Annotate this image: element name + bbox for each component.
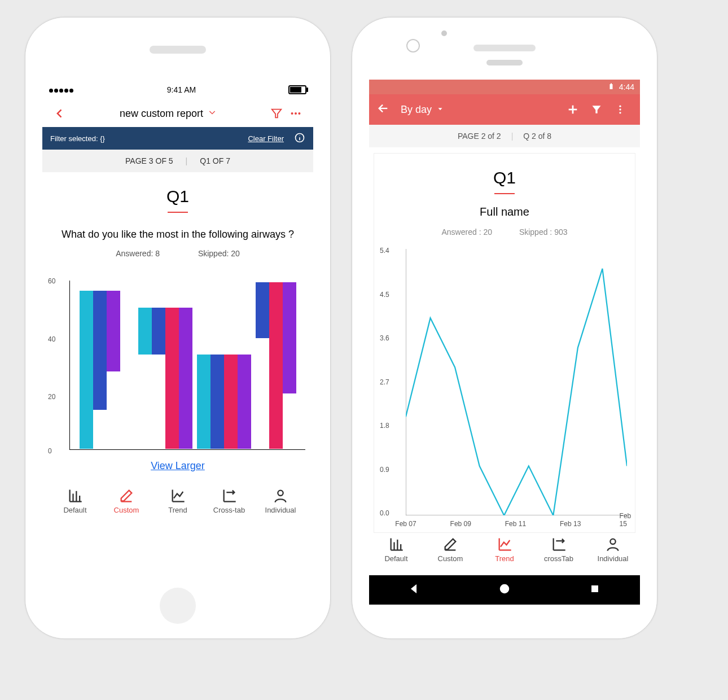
- tab-default[interactable]: Default: [51, 488, 99, 514]
- svg-rect-46: [592, 586, 598, 592]
- question-text: Full name: [388, 204, 621, 220]
- nav-recent-button[interactable]: [589, 583, 601, 597]
- android-device-frame: 4:44 By day PAGE 2 of 2 | Q 2 of 8: [352, 17, 657, 639]
- chevron-down-icon[interactable]: [208, 108, 217, 120]
- tab-label: Custom: [438, 554, 463, 563]
- info-icon[interactable]: [294, 132, 305, 145]
- tab-label: Custom: [114, 506, 139, 514]
- svg-point-45: [502, 587, 506, 590]
- nav-title[interactable]: By day: [401, 104, 432, 116]
- y-tick: 0.0: [380, 509, 389, 517]
- svg-point-3: [298, 112, 300, 115]
- page-indicator: PAGE 3 OF 5: [125, 156, 173, 165]
- dropdown-caret-icon[interactable]: [436, 104, 444, 116]
- bar-chart-icon: [388, 536, 404, 552]
- line-chart-icon: [170, 488, 186, 504]
- more-button[interactable]: [286, 107, 305, 120]
- tab-individual[interactable]: Individual: [257, 488, 304, 514]
- home-button[interactable]: [160, 588, 196, 624]
- tab-label: Cross-tab: [213, 506, 245, 514]
- y-tick: 4.5: [380, 291, 389, 299]
- status-time: 9:41 AM: [167, 85, 196, 94]
- y-tick: 20: [48, 393, 55, 401]
- filter-button[interactable]: [585, 104, 608, 115]
- x-tick: Feb 11: [505, 520, 526, 528]
- pencil-icon: [119, 488, 134, 504]
- android-app-bar: By day: [369, 94, 640, 125]
- y-tick: 1.8: [380, 422, 389, 430]
- svg-marker-43: [411, 585, 416, 593]
- nav-title[interactable]: new custom report: [120, 108, 203, 120]
- tab-label: Individual: [598, 554, 629, 563]
- y-tick: 5.4: [380, 247, 389, 255]
- answered-count: Answered: 8: [116, 249, 160, 258]
- android-screen: 4:44 By day PAGE 2 of 2 | Q 2 of 8: [369, 80, 640, 605]
- svg-point-18: [278, 491, 283, 496]
- signal-dots-icon: [49, 85, 74, 94]
- svg-point-26: [619, 106, 621, 107]
- line-chart-icon: [497, 536, 512, 552]
- pager-bar: PAGE 2 of 2 | Q 2 of 8: [369, 125, 640, 147]
- nav-back-button[interactable]: [408, 583, 420, 597]
- tab-label: Default: [384, 554, 407, 563]
- svg-marker-0: [272, 110, 282, 118]
- ios-screen: 9:41 AM new custom report Filter selecte…: [42, 80, 313, 576]
- overflow-menu-button[interactable]: [608, 104, 632, 115]
- y-tick: 0.9: [380, 466, 389, 474]
- tab-custom[interactable]: Custom: [428, 536, 473, 563]
- status-time: 4:44: [619, 82, 634, 91]
- x-tick: Feb 13: [560, 520, 581, 528]
- tab-crosstab[interactable]: crossTab: [536, 536, 581, 563]
- pencil-icon: [442, 536, 458, 552]
- clear-filter-link[interactable]: Clear Filter: [248, 134, 284, 143]
- view-larger-link[interactable]: View Larger: [151, 460, 205, 471]
- svg-marker-25: [593, 106, 601, 113]
- nav-home-button[interactable]: [498, 583, 511, 597]
- iphone-device-frame: 9:41 AM new custom report Filter selecte…: [25, 17, 331, 639]
- svg-point-2: [295, 112, 297, 115]
- svg-point-27: [619, 108, 621, 110]
- ios-nav-bar: new custom report: [42, 100, 313, 127]
- answered-count: Answered : 20: [441, 228, 492, 237]
- bar-chart-icon: [67, 488, 83, 504]
- tab-label: Individual: [265, 506, 296, 514]
- back-button[interactable]: [377, 102, 389, 117]
- ios-status-bar: 9:41 AM: [42, 80, 313, 100]
- battery-icon: [288, 85, 306, 94]
- person-icon: [605, 536, 621, 552]
- question-indicator: Q 2 of 8: [523, 132, 551, 141]
- filter-button[interactable]: [267, 107, 286, 120]
- y-tick: 3.6: [380, 334, 389, 342]
- svg-point-28: [619, 112, 621, 113]
- tab-label: Trend: [168, 506, 187, 514]
- skipped-count: Skipped: 20: [198, 249, 240, 258]
- pager-bar: PAGE 3 OF 5 | Q1 OF 7: [42, 150, 313, 172]
- y-tick: 60: [48, 277, 55, 285]
- bottom-tab-bar: Default Custom Trend crossTab Individual: [369, 536, 640, 563]
- y-tick: 0: [48, 447, 52, 455]
- page-indicator: PAGE 2 of 2: [458, 132, 501, 141]
- speaker-slot: [150, 46, 206, 54]
- tab-label: Default: [63, 506, 86, 514]
- tab-default[interactable]: Default: [374, 536, 419, 563]
- svg-point-42: [610, 539, 615, 544]
- speaker-slot: [473, 45, 536, 51]
- question-id: Q1: [374, 168, 635, 187]
- crosstab-icon: [221, 488, 237, 504]
- tab-trend[interactable]: Trend: [482, 536, 527, 563]
- add-button[interactable]: [561, 103, 585, 116]
- tab-trend[interactable]: Trend: [154, 488, 201, 514]
- question-indicator: Q1 OF 7: [200, 156, 230, 165]
- line-chart: 5.44.53.62.71.80.90.0 Feb 07Feb 09Feb 11…: [380, 247, 629, 529]
- back-button[interactable]: [50, 108, 69, 119]
- tab-individual[interactable]: Individual: [590, 536, 635, 563]
- sensor-dot: [441, 30, 447, 36]
- tab-custom[interactable]: Custom: [103, 488, 150, 514]
- y-tick: 40: [48, 335, 55, 343]
- tab-crosstab[interactable]: Cross-tab: [205, 488, 253, 514]
- android-nav-bar: [369, 575, 640, 605]
- question-id: Q1: [42, 187, 313, 206]
- x-tick: Feb 09: [450, 520, 471, 528]
- filter-selected-bar: Filter selected: {} Clear Filter: [42, 127, 313, 150]
- svg-rect-19: [609, 84, 612, 89]
